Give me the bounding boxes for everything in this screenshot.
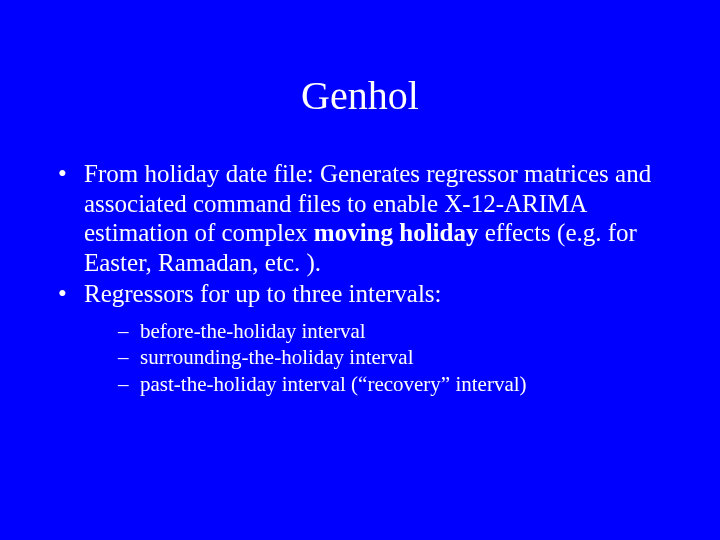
- sub-bullet-item: before-the-holiday interval: [118, 319, 680, 344]
- bullet-text-bold: moving holiday: [314, 219, 479, 246]
- bullet-list: From holiday date file: Generates regres…: [56, 159, 680, 397]
- sub-bullet-item: past-the-holiday interval (“recovery” in…: [118, 372, 680, 397]
- sub-bullet-item: surrounding-the-holiday interval: [118, 345, 680, 370]
- slide-content: From holiday date file: Generates regres…: [0, 159, 720, 397]
- slide-title: Genhol: [0, 0, 720, 159]
- sub-bullet-list: before-the-holiday interval surrounding-…: [84, 319, 680, 397]
- bullet-text-pre: Regressors for up to three intervals:: [84, 280, 442, 307]
- bullet-item: From holiday date file: Generates regres…: [56, 159, 680, 277]
- slide: Genhol From holiday date file: Generates…: [0, 0, 720, 540]
- bullet-item: Regressors for up to three intervals: be…: [56, 279, 680, 397]
